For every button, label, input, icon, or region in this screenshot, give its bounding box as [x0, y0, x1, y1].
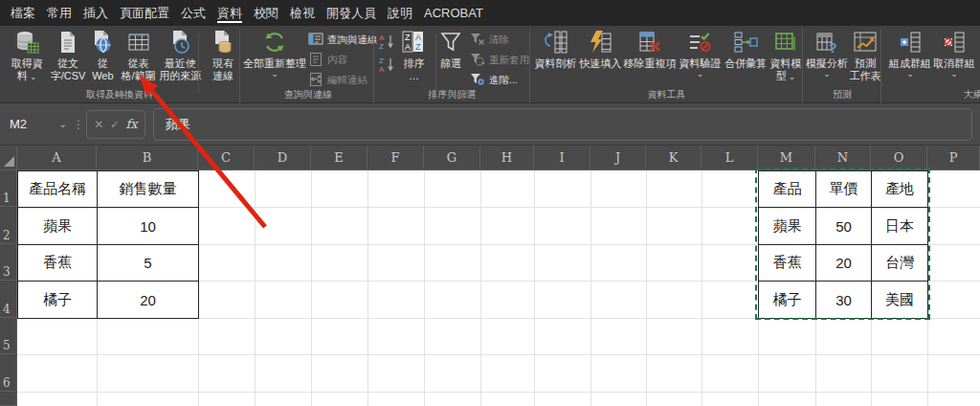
clear-filter-button[interactable]: 清除	[470, 32, 529, 49]
column-header-C[interactable]: C	[198, 146, 255, 170]
cell-A4[interactable]: 橘子	[18, 282, 98, 319]
cell-A2[interactable]: 蘋果	[18, 208, 98, 245]
column-header-K[interactable]: K	[646, 146, 702, 170]
formula-buttons: ✕ ✓ fx	[86, 110, 145, 139]
from-web-button[interactable]: 從 Web	[88, 28, 119, 82]
cell-M2[interactable]: 蘋果	[759, 208, 816, 245]
column-header-E[interactable]: E	[311, 146, 368, 170]
sort-button[interactable]: ZAAZ 排序 …	[399, 28, 429, 82]
insert-function-icon[interactable]: fx	[126, 117, 138, 131]
edit-links-button[interactable]: 編輯連結	[308, 72, 378, 89]
tab-data[interactable]: 資料	[212, 0, 248, 26]
column-header-G[interactable]: G	[424, 146, 480, 170]
ungroup-icon	[943, 28, 966, 56]
data-model-button[interactable]: 資料模 型⌄	[769, 28, 802, 83]
cell-N3[interactable]: 20	[816, 245, 872, 282]
subtotal-button[interactable]: 小計	[976, 28, 980, 70]
group-label-data-tools: 資料工具	[531, 88, 802, 102]
cell-A1[interactable]: 產品名稱	[18, 171, 98, 208]
column-header-N[interactable]: N	[815, 146, 871, 170]
chevron-down-icon: ⌄	[697, 70, 704, 79]
tab-insert[interactable]: 插入	[78, 0, 114, 26]
tab-help[interactable]: 說明	[382, 0, 418, 26]
column-header-I[interactable]: I	[534, 146, 590, 170]
cell-B4[interactable]: 20	[98, 282, 199, 319]
column-header-L[interactable]: L	[702, 146, 758, 170]
row-header-7[interactable]	[0, 392, 17, 406]
ribbon-group-outline: 組成群組 ⌄ 取消群組 ⌄ 小計 大綱	[882, 26, 980, 103]
gridline	[424, 170, 425, 406]
column-header-H[interactable]: H	[480, 146, 534, 170]
cell-O4[interactable]: 美國	[872, 282, 928, 319]
cell-O1[interactable]: 產地	[872, 171, 928, 208]
column-header-B[interactable]: B	[97, 146, 198, 170]
tab-review[interactable]: 校閱	[248, 0, 284, 26]
sort-descending-button[interactable]: ZA	[377, 55, 396, 74]
row-header-5[interactable]: 5	[0, 318, 17, 354]
sort-ascending-button[interactable]: AZ	[377, 32, 396, 51]
chevron-down-icon: ⌄	[823, 70, 831, 79]
formula-input[interactable]: 蘋果	[153, 108, 972, 141]
tab-file[interactable]: 檔案	[5, 0, 41, 26]
drag-handle-icon[interactable]: ⋮	[73, 118, 82, 131]
forecast-sheet-button[interactable]: 預測 工作表	[850, 28, 880, 82]
tab-view[interactable]: 檢視	[284, 0, 321, 26]
cell-M4[interactable]: 橘子	[759, 282, 816, 319]
cell-M1[interactable]: 產品	[759, 171, 816, 208]
data-validation-button[interactable]: 資料驗證 ⌄	[679, 28, 723, 79]
row-header-4[interactable]: 4	[0, 281, 17, 318]
row-header-1[interactable]: 1	[0, 170, 17, 207]
what-if-analysis-button[interactable]: ? 模擬分析 ⌄	[806, 28, 848, 79]
svg-text:Z: Z	[379, 42, 384, 51]
row-header-6[interactable]: 6	[0, 354, 17, 392]
cell-N4[interactable]: 30	[816, 282, 872, 319]
group-button[interactable]: 組成群組 ⌄	[888, 28, 932, 79]
recent-sources-button[interactable]: 最近使 用的來源	[159, 28, 202, 82]
row-header-2[interactable]: 2	[0, 207, 17, 244]
filter-button[interactable]: 篩選	[434, 28, 467, 70]
column-header-A[interactable]: A	[17, 146, 97, 170]
row-header-3[interactable]: 3	[0, 244, 17, 281]
column-header-M[interactable]: M	[758, 146, 815, 170]
get-data-button[interactable]: 取得資 料⌄	[6, 28, 49, 83]
refresh-all-button[interactable]: 全部重新整理 ⌄	[243, 28, 306, 79]
tab-formulas[interactable]: 公式	[175, 0, 212, 26]
column-header-O[interactable]: O	[871, 146, 927, 170]
name-box[interactable]: M2 ⌄	[4, 110, 73, 139]
cell-N1[interactable]: 單價	[816, 171, 872, 208]
column-header-F[interactable]: F	[368, 146, 424, 170]
select-all-corner[interactable]	[0, 146, 17, 170]
cell-O2[interactable]: 日本	[872, 208, 928, 245]
remove-duplicates-button[interactable]: 移除重複項	[624, 28, 677, 70]
cell-A3[interactable]: 香蕉	[18, 245, 98, 282]
advanced-filter-button[interactable]: 進階...	[470, 72, 529, 89]
properties-button[interactable]: 內容	[308, 52, 378, 69]
svg-text:A: A	[379, 65, 385, 74]
text-to-columns-button[interactable]: 資料剖析	[534, 28, 577, 70]
from-text-csv-button[interactable]: 從文 字/CSV	[49, 28, 88, 82]
cell-O3[interactable]: 台灣	[872, 245, 928, 282]
column-header-D[interactable]: D	[255, 146, 311, 170]
reapply-filter-button[interactable]: 重新套用	[470, 52, 529, 69]
cancel-icon[interactable]: ✕	[94, 118, 103, 131]
cell-M3[interactable]: 香蕉	[759, 245, 816, 282]
consolidate-button[interactable]: 合併彙算	[724, 28, 768, 70]
funnel-icon	[438, 28, 463, 56]
from-table-range-button[interactable]: 從表 格/範圍	[118, 28, 159, 82]
flash-fill-button[interactable]: 快速填入	[579, 28, 622, 70]
tab-home[interactable]: 常用	[41, 0, 78, 26]
tab-developer[interactable]: 開發人員	[321, 0, 382, 26]
column-header-P[interactable]: P	[927, 146, 980, 170]
ungroup-button[interactable]: 取消群組 ⌄	[932, 28, 976, 79]
tab-page-layout[interactable]: 頁面配置	[114, 0, 175, 26]
cell-B3[interactable]: 5	[98, 245, 199, 282]
enter-icon[interactable]: ✓	[110, 118, 120, 131]
cell-N2[interactable]: 50	[816, 208, 872, 245]
existing-connections-button[interactable]: 現有 連線	[208, 28, 239, 82]
tab-acrobat[interactable]: ACROBAT	[418, 0, 489, 26]
gridline	[702, 170, 702, 406]
queries-connections-button[interactable]: 查詢與連線	[308, 32, 378, 49]
cell-B2[interactable]: 10	[98, 208, 199, 245]
cell-B1[interactable]: 銷售數量	[98, 171, 199, 208]
column-header-J[interactable]: J	[590, 146, 646, 170]
